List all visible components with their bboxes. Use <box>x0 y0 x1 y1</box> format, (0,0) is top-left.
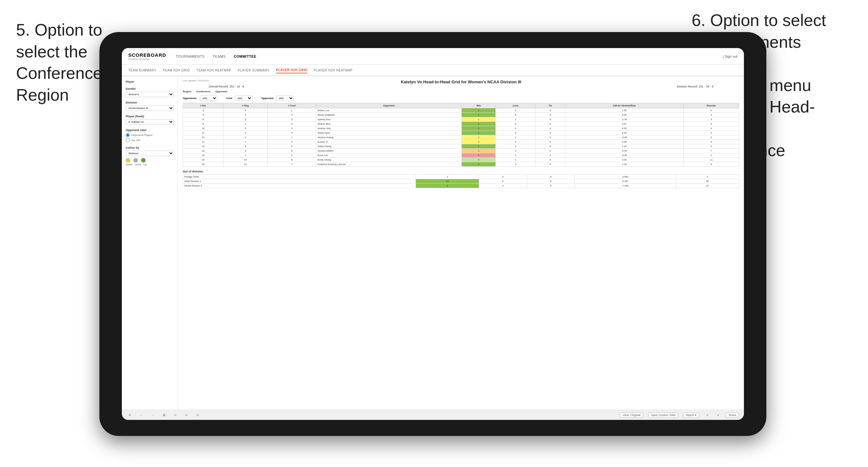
table-row: Foreign Team 100 4.5002 <box>183 175 739 179</box>
sidebar-gender-label: Gender <box>126 87 174 90</box>
table-row: 1585 Stella Cheng 100 1.254 <box>183 144 739 149</box>
gender-select[interactable]: Women's <box>126 92 174 97</box>
subnav-player-h2h-heatmap[interactable]: PLAYER H2H HEATMAP <box>314 68 352 73</box>
filter-conference-group: Conference <box>196 90 210 93</box>
sidebar-division-section: Division NCAA Division III <box>126 101 174 111</box>
toolbar-back[interactable]: ← <box>138 413 145 417</box>
conference-filter-select[interactable]: (All) <box>235 95 252 101</box>
opponents-filter-row: Opponents: (All) Conf (All) Opponent (Al… <box>183 95 739 101</box>
overall-record: Overall Record: 353 - 34 - 6 <box>209 85 244 88</box>
table-row: 20117 Federica Domecq Lacroze 210 1.336 <box>183 162 739 167</box>
division-select[interactable]: NCAA Division III <box>126 105 174 111</box>
th-win: Win <box>462 103 496 108</box>
table-row: 522 Alexis Sudjianto 100 4.003 <box>183 113 739 117</box>
radio-top100[interactable]: Top 100 <box>126 138 174 142</box>
sidebar-opponent-view-section: Opponent view Opponents Played Top 100 <box>126 128 174 142</box>
tablet-device: SCOREBOARD Powered by clippd TOURNAMENTS… <box>99 32 766 436</box>
table-row: 914 Sharon Mun 100 3.673 <box>183 122 739 126</box>
th-opponent: Opponent <box>316 103 462 108</box>
table-body: 331 Esther Lee 100 1.504 522 Alexis Sudj… <box>183 108 739 167</box>
color-dot-level <box>133 158 138 162</box>
subnav-player-h2h-grid[interactable]: PLAYER H2H GRID <box>276 67 308 73</box>
color-label-up: Up <box>144 163 147 166</box>
filter-region-group: Region <box>183 90 191 93</box>
filter-row: Region Conference Opponent <box>183 90 739 93</box>
nav-tournaments[interactable]: TOURNAMENTS <box>176 53 205 60</box>
table-row: NAIA Division 1 1500 9.26730 <box>183 179 739 184</box>
th-diff: Diff Av Strokes/Rnd <box>565 103 683 108</box>
th-rounds: Rounds <box>684 103 739 108</box>
toolbar-share-icon[interactable]: ↗ <box>704 413 711 417</box>
toolbar-cut[interactable]: ✂ <box>172 413 179 417</box>
sidebar-division-label: Division <box>126 101 174 104</box>
region-filter-select[interactable]: (All) <box>200 95 217 101</box>
th-conf: # Conf <box>268 103 316 108</box>
filter-region-label: Region <box>183 90 191 93</box>
main-data-table: # Div # Reg # Conf Opponent Win Loss Tie… <box>183 103 739 167</box>
subnav-team-summary[interactable]: TEAM SUMMARY <box>128 68 156 73</box>
opponent-filter-select[interactable]: (All) <box>276 95 294 101</box>
table-row: 19106 Emily Chang 410 0.3011 <box>183 158 739 162</box>
toolbar-undo[interactable]: ↺ <box>127 413 133 417</box>
sub-navigation: TEAM SUMMARY TEAM H2H GRID TEAM H2H HEAT… <box>122 65 744 76</box>
th-div: # Div <box>183 103 223 108</box>
player-rank-select[interactable]: 8. Katelyn Vo <box>126 119 174 125</box>
th-loss: Loss <box>496 103 535 108</box>
sidebar-colour-section: Colour by Win/loss Down Level Up <box>126 146 174 166</box>
main-content: Player Gender Women's Division NCAA Divi… <box>122 76 744 410</box>
subnav-team-h2h-heatmap[interactable]: TEAM H2H HEATMAP <box>196 68 231 73</box>
radio-opponents-played[interactable]: Opponents Played <box>126 133 174 137</box>
report-records: Overall Record: 353 - 34 - 6 Division Re… <box>209 85 713 88</box>
out-of-division-table: Foreign Team 100 4.5002 NAIA Division 1 … <box>183 174 739 188</box>
last-updated: Last Updated: 27/03/2024 <box>183 80 209 82</box>
filter-opponent-group: Opponent <box>215 90 227 93</box>
color-label-down: Down <box>126 163 132 166</box>
sidebar-player-label: Player <box>126 80 174 83</box>
top-navigation: SCOREBOARD Powered by clippd TOURNAMENTS… <box>122 48 744 65</box>
app-container: SCOREBOARD Powered by clippd TOURNAMENTS… <box>122 48 744 420</box>
filter-conference-label: Conference <box>196 90 210 93</box>
nav-committee[interactable]: COMMITTEE <box>234 53 256 60</box>
table-row: 1311 Jessica Huang 110 -3.002 <box>183 135 739 140</box>
color-dot-down <box>126 158 130 162</box>
filter-opponent-label: Opponent <box>215 90 227 93</box>
bottom-toolbar: ↺ ← → ⊞ ✂ ↩ ⊙ View: Original Save Custom… <box>122 410 744 420</box>
nav-teams[interactable]: TEAMS <box>213 53 226 60</box>
logo-area: SCOREBOARD Powered by clippd <box>128 52 166 61</box>
color-labels: Down Level Up <box>126 163 174 166</box>
table-row: 331 Esther Lee 100 1.504 <box>183 108 739 113</box>
table-row: 1125 Heejo Hyun 100 3.333 <box>183 131 739 135</box>
toolbar-grid[interactable]: ⊞ <box>161 413 167 417</box>
division-record: Division Record: 331 - 34 - 6 <box>677 85 713 88</box>
sidebar: Player Gender Women's Division NCAA Divi… <box>122 76 178 410</box>
toolbar-rotate[interactable]: ↩ <box>183 413 190 417</box>
subnav-team-h2h-grid[interactable]: TEAM H2H GRID <box>163 68 190 73</box>
table-row: 1822 Euna Lee 020 -5.002 <box>183 153 739 158</box>
toolbar-forward[interactable]: → <box>149 413 156 417</box>
opponent-filter-label: Opponent <box>261 97 274 100</box>
table-row: 1636 Jessica Mason 120 -0.947 <box>183 149 739 153</box>
toolbar-save-custom-view[interactable]: Save Custom View <box>648 412 678 418</box>
tablet-screen: SCOREBOARD Powered by clippd TOURNAMENTS… <box>122 48 744 420</box>
opponents-label: Opponents: <box>183 97 197 100</box>
sign-out[interactable]: | Sign out <box>723 55 738 58</box>
out-of-division-section: Out of division Foreign Team 100 4.5002 … <box>183 170 739 188</box>
toolbar-view-original[interactable]: View: Original <box>620 412 643 418</box>
sidebar-player-rank-section: Player (Rank) 8. Katelyn Vo <box>126 115 174 125</box>
toolbar-watch[interactable]: Watch ▾ <box>683 412 699 418</box>
toolbar-target[interactable]: ⊙ <box>195 413 201 417</box>
logo-text: SCOREBOARD <box>128 52 166 58</box>
table-row: 1063 Andrea York 200 4.004 <box>183 126 739 131</box>
report-title: Katelyn Vo Head-to-Head Grid for Women's… <box>209 80 713 84</box>
toolbar-share[interactable]: Share <box>725 412 739 418</box>
th-tie: Tie <box>535 103 565 108</box>
subnav-player-summary[interactable]: PLAYER SUMMARY <box>238 68 269 73</box>
report-header: Last Updated: 27/03/2024 Katelyn Vo Head… <box>183 80 739 88</box>
opponent-view-radios: Opponents Played Top 100 <box>126 133 174 142</box>
color-indicators <box>126 158 174 162</box>
out-of-division-body: Foreign Team 100 4.5002 NAIA Division 1 … <box>183 175 739 188</box>
sidebar-colour-label: Colour by <box>126 146 174 149</box>
colour-by-select[interactable]: Win/loss <box>126 151 174 156</box>
logo-sub: Powered by clippd <box>128 58 166 61</box>
toolbar-menu[interactable]: ≡ <box>715 413 721 417</box>
